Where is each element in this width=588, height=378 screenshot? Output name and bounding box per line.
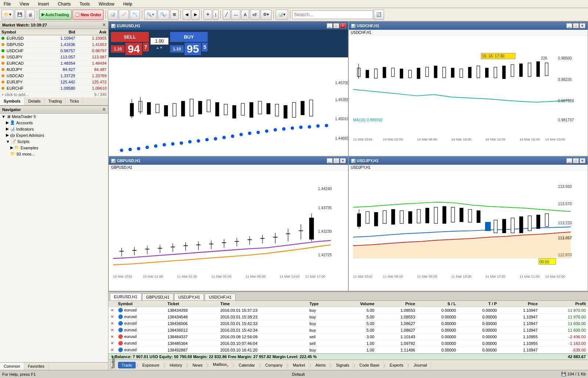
tab-symbols[interactable]: Symbols bbox=[0, 97, 25, 105]
scroll-right-button[interactable]: ▶ bbox=[191, 10, 200, 20]
navigator-close[interactable]: ✕ bbox=[102, 107, 106, 112]
bottom-tab-journal[interactable]: Journal bbox=[410, 362, 431, 368]
bottom-tab-calendar[interactable]: Calendar bbox=[235, 362, 259, 368]
menu-insert[interactable]: Insert bbox=[36, 1, 51, 7]
chart-line-button[interactable]: 📉 bbox=[130, 10, 140, 20]
tree-scripts[interactable]: ▼ 📝 Scripts bbox=[0, 138, 108, 145]
bottom-tab-mailbox[interactable]: Mailbox4 bbox=[209, 361, 232, 369]
chart-gbpusd-maximize[interactable]: □ bbox=[333, 158, 339, 163]
chart-usdchf-close[interactable]: ✕ bbox=[580, 23, 585, 28]
menu-charts[interactable]: Charts bbox=[55, 1, 73, 7]
market-symbol-cell[interactable]: AUDJPY bbox=[0, 67, 45, 73]
new-profile-button[interactable]: 📁▾ bbox=[1, 10, 14, 20]
bottom-tab-history[interactable]: History bbox=[166, 362, 186, 368]
search-button[interactable]: 🔄 bbox=[374, 10, 384, 20]
line-tool-button[interactable]: ╱ bbox=[223, 10, 230, 20]
more-tools-button[interactable]: ⚙▾ bbox=[261, 10, 272, 20]
chart-eurusd-maximize[interactable]: □ bbox=[333, 23, 339, 28]
bottom-tab-trade[interactable]: Trade bbox=[118, 362, 136, 368]
svg-text:14 Mar 18:00: 14 Mar 18:00 bbox=[519, 138, 539, 141]
trade-x-cell[interactable]: ✕ bbox=[108, 340, 116, 347]
period-separator-button[interactable]: | bbox=[213, 10, 219, 20]
trade-tp-cell: 0.00000 bbox=[458, 334, 499, 340]
text-tool-button[interactable]: A bbox=[241, 10, 249, 20]
menu-window[interactable]: Window bbox=[97, 1, 117, 7]
trade-x-cell[interactable]: ✕ bbox=[108, 314, 116, 320]
chart-eurusd-close[interactable]: ✕ bbox=[340, 23, 346, 28]
new-order-button[interactable]: 📋 New Order bbox=[72, 10, 104, 20]
chart-bar-button[interactable]: 📊 bbox=[108, 10, 118, 20]
tab-trading[interactable]: Trading bbox=[44, 97, 66, 105]
chart-tab-gbpusd[interactable]: GBPUSD,H1 bbox=[142, 293, 174, 300]
chart-usdchf-maximize[interactable]: □ bbox=[573, 23, 579, 28]
tree-accounts[interactable]: ▶ 👤 Accounts bbox=[0, 120, 108, 126]
bottom-tab-codebase[interactable]: Code Base bbox=[356, 362, 383, 368]
zoom-out-button[interactable]: 🔍- bbox=[158, 10, 169, 20]
market-symbol-cell[interactable]: EURUSD bbox=[0, 35, 45, 42]
chart-gbpusd-minimize[interactable]: _ bbox=[327, 158, 333, 163]
add-symbol[interactable]: + click to add... bbox=[1, 92, 29, 97]
market-symbol-cell[interactable]: USDJPY bbox=[0, 54, 45, 60]
print-button[interactable]: 🖨 bbox=[26, 10, 35, 20]
chart-usdjpy-minimize[interactable]: _ bbox=[566, 158, 572, 163]
market-symbol-cell[interactable]: USDCHF bbox=[0, 48, 45, 54]
tab-ticks[interactable]: Ticks bbox=[66, 97, 83, 105]
bottom-tab-signals[interactable]: Signals bbox=[332, 362, 353, 368]
bottom-tab-exposure[interactable]: Exposure bbox=[139, 362, 163, 368]
svg-text:MA(10) 0.986592: MA(10) 0.986592 bbox=[353, 118, 383, 122]
trade-x-cell[interactable]: ✕ bbox=[108, 327, 116, 334]
lot-input[interactable] bbox=[150, 38, 169, 45]
tree-expert-advisors[interactable]: ▶ 🤖 Expert Advisors bbox=[0, 132, 108, 138]
trade-symbol-cell: 🔵 eurusd bbox=[116, 320, 165, 327]
scroll-left-button[interactable]: ◀ bbox=[183, 10, 191, 20]
menu-view[interactable]: View bbox=[17, 1, 31, 7]
trade-x-cell[interactable]: ✕ bbox=[108, 307, 116, 314]
market-symbol-cell[interactable]: USDCAD bbox=[0, 73, 45, 79]
nav-tab-favorites[interactable]: Favorites bbox=[24, 363, 49, 370]
tree-metatrader5[interactable]: ▼ 🖥 MetaTrader 5 bbox=[0, 114, 108, 120]
tree-examples[interactable]: ▶ 📁 Examples bbox=[0, 145, 108, 151]
bottom-tab-alerts[interactable]: Alerts bbox=[312, 362, 330, 368]
autotrading-button[interactable]: ▶ AutoTrading bbox=[39, 10, 72, 20]
menu-help[interactable]: Help bbox=[121, 1, 135, 7]
chart-candle-button[interactable]: 📈 bbox=[119, 10, 129, 20]
bottom-tab-experts[interactable]: Experts bbox=[386, 362, 407, 368]
market-watch-close[interactable]: ✕ bbox=[102, 22, 106, 28]
crosshair-button[interactable]: ✛ bbox=[204, 10, 212, 20]
market-symbol-cell[interactable]: EURCAD bbox=[0, 60, 45, 67]
chart-eurusd-minimize[interactable]: _ bbox=[327, 23, 333, 28]
toolbox-label[interactable]: Toolbox bbox=[110, 361, 116, 370]
chart-tab-usdchf[interactable]: USDCHF,H1 bbox=[205, 293, 236, 300]
tree-more[interactable]: 📁 93 more... bbox=[0, 151, 108, 157]
save-button[interactable]: 💾 bbox=[15, 10, 25, 20]
fib-tool-button[interactable]: ≡F bbox=[250, 10, 260, 20]
chart-usdjpy-maximize[interactable]: □ bbox=[573, 158, 579, 163]
chart-tab-eurusd[interactable]: EURUSD,H1 bbox=[110, 293, 141, 300]
zoom-in-button[interactable]: 🔍+ bbox=[144, 10, 157, 20]
chart-usdjpy-close[interactable]: ✕ bbox=[580, 158, 585, 163]
chart-fit-button[interactable]: ⊞ bbox=[170, 10, 179, 20]
menu-file[interactable]: File bbox=[1, 1, 13, 7]
hline-tool-button[interactable]: — bbox=[231, 10, 240, 20]
menu-tools[interactable]: Tools bbox=[78, 1, 92, 7]
indicator-button[interactable]: 📊▾ bbox=[276, 10, 288, 20]
market-symbol-cell[interactable]: EURJPY bbox=[0, 79, 45, 85]
market-symbol-cell[interactable]: EURCHF bbox=[0, 85, 45, 92]
nav-tab-common[interactable]: Common bbox=[0, 363, 24, 370]
trade-x-cell[interactable]: ✕ bbox=[108, 347, 116, 353]
tree-indicators[interactable]: ▶ 📊 Indicators bbox=[0, 126, 108, 132]
mt5-label: MetaTrader 5 bbox=[12, 114, 36, 119]
chart-tab-usdjpy[interactable]: USDJPY,H1 bbox=[174, 293, 204, 300]
chart-usdchf-minimize[interactable]: _ bbox=[566, 23, 572, 28]
trade-x-cell[interactable]: ✕ bbox=[108, 334, 116, 340]
chart-gbpusd-close[interactable]: ✕ bbox=[340, 158, 346, 163]
trade-x-cell[interactable]: ✕ bbox=[108, 320, 116, 327]
search-input[interactable] bbox=[292, 10, 373, 19]
buy-button[interactable]: BUY bbox=[170, 32, 208, 42]
sell-button[interactable]: SELL bbox=[111, 32, 149, 42]
tab-details[interactable]: Details bbox=[25, 97, 45, 105]
bottom-tab-market[interactable]: Market bbox=[289, 362, 309, 368]
bottom-tab-company[interactable]: Company bbox=[262, 362, 287, 368]
market-symbol-cell[interactable]: GBPUSD bbox=[0, 42, 45, 48]
bottom-tab-news[interactable]: News bbox=[189, 362, 207, 368]
